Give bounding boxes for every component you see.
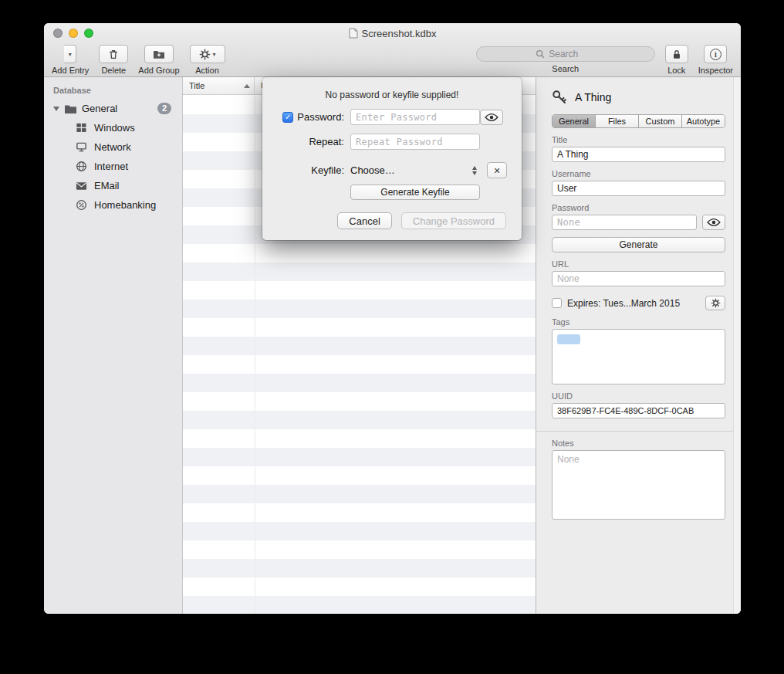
percent-icon (75, 198, 88, 212)
keyfile-popup[interactable]: Choose… (350, 162, 480, 178)
expires-checkbox[interactable] (552, 298, 562, 308)
globe-icon (75, 160, 88, 173)
password-input[interactable] (350, 109, 480, 125)
action-button[interactable]: ▾ (190, 45, 225, 63)
document-icon (349, 28, 358, 39)
reveal-password-button[interactable] (702, 215, 725, 230)
generate-keyfile-button[interactable]: Generate Keyfile (350, 185, 480, 200)
expires-label: Expires: Tues...March 2015 (567, 298, 700, 309)
window-chrome: Screenshot.kdbx ▾ Add Entry Delete (44, 23, 741, 77)
change-password-dialog: No password or keyfile supplied! ✓ Passw… (262, 77, 522, 240)
inspector-button[interactable]: i (704, 45, 727, 63)
url-field[interactable] (552, 271, 725, 286)
toolbar: ▾ Add Entry Delete Add Group ▾ (44, 43, 741, 75)
sidebar-item-internet[interactable]: Internet (44, 157, 182, 176)
expires-row: Expires: Tues...March 2015 (552, 296, 725, 310)
password-checkbox[interactable]: ✓ (282, 112, 293, 123)
sidebar-header: Database (44, 83, 182, 99)
tags-box[interactable] (552, 329, 725, 384)
window-title: Screenshot.kdbx (362, 28, 437, 39)
group-count-badge: 2 (157, 103, 171, 114)
app-window: Screenshot.kdbx ▾ Add Entry Delete (44, 23, 741, 614)
tag-chip[interactable] (557, 334, 580, 344)
tab-custom[interactable]: Custom (639, 115, 682, 127)
network-icon (75, 141, 88, 154)
add-entry-dropdown-button[interactable]: ▾ (64, 45, 76, 63)
sidebar-item-network[interactable]: Network (44, 137, 182, 157)
folder-icon (64, 102, 77, 115)
search-input[interactable] (549, 49, 595, 59)
tab-general[interactable]: General (553, 115, 596, 127)
sidebar-item-label: Homebanking (94, 199, 156, 211)
search-icon (536, 49, 545, 59)
eye-icon (707, 218, 721, 227)
eye-icon (485, 113, 498, 122)
dialog-message: No password or keyfile supplied! (272, 90, 512, 100)
change-password-button[interactable]: Change Password (401, 212, 506, 229)
toolbar-item-inspector: i Inspector (698, 45, 733, 75)
entry-title: A Thing (575, 91, 611, 103)
sidebar-item-label: EMail (94, 180, 120, 191)
toolbar-item-lock: Lock (665, 45, 688, 75)
toolbar-item-add-group: Add Group (138, 45, 179, 75)
inspector-panel: A Thing General Files Custom Autotype Ti… (536, 77, 741, 614)
gear-icon (199, 49, 211, 60)
search-field[interactable] (476, 46, 655, 62)
inspector-header: A Thing (552, 90, 725, 105)
keyfile-value: Choose… (350, 164, 395, 176)
sidebar-item-windows[interactable]: Windows (44, 118, 182, 137)
keyfile-row: Keyfile: Choose… × (276, 162, 508, 178)
clear-keyfile-button[interactable]: × (487, 162, 507, 178)
username-field[interactable] (552, 181, 725, 196)
lock-label: Lock (667, 66, 685, 75)
toolbar-item-search: Search (476, 46, 655, 73)
sidebar-item-label: Network (94, 141, 131, 153)
title-field[interactable] (552, 147, 725, 162)
popup-stepper-icon (472, 166, 477, 175)
add-entry-label: Add Entry (52, 66, 89, 75)
chevron-down-icon: ▾ (213, 51, 216, 58)
inspector-label: Inspector (698, 66, 733, 75)
repeat-label: Repeat: (309, 136, 344, 147)
add-group-button[interactable] (144, 45, 174, 63)
gear-icon (711, 298, 721, 308)
delete-label: Delete (101, 66, 126, 75)
sidebar: Database General 2 Windows Network (44, 77, 183, 614)
url-field-label: URL (552, 259, 725, 269)
delete-button[interactable] (99, 45, 128, 63)
toolbar-item-delete: Delete (99, 45, 128, 75)
windows-icon (75, 121, 88, 134)
sidebar-item-homebanking[interactable]: Homebanking (44, 195, 182, 215)
disclosure-triangle-icon[interactable] (53, 107, 59, 111)
sidebar-item-email[interactable]: EMail (44, 176, 182, 195)
folder-plus-icon (153, 49, 165, 59)
lock-button[interactable] (665, 45, 688, 63)
trash-icon (108, 49, 119, 60)
titlebar[interactable]: Screenshot.kdbx (44, 23, 741, 43)
toolbar-item-add-entry: ▾ Add Entry (52, 45, 89, 75)
scrollbar[interactable] (733, 77, 741, 614)
title-field-label: Title (552, 135, 725, 144)
expires-settings-button[interactable] (705, 296, 725, 310)
notes-label: Notes (552, 439, 725, 448)
close-icon: × (494, 164, 500, 177)
lock-icon (671, 49, 682, 60)
cancel-button[interactable]: Cancel (337, 212, 391, 229)
tab-files[interactable]: Files (596, 115, 639, 127)
sidebar-item-label: Internet (94, 161, 128, 172)
sort-ascending-icon (244, 84, 250, 88)
repeat-password-input[interactable] (350, 134, 480, 150)
dialog-buttons: Cancel Change Password (278, 212, 506, 229)
tags-label: Tags (552, 317, 725, 327)
tab-autotype[interactable]: Autotype (682, 115, 725, 127)
inspector-tabs: General Files Custom Autotype (552, 114, 725, 128)
notes-field[interactable] (552, 450, 725, 520)
action-label: Action (195, 66, 219, 75)
reveal-password-button[interactable] (480, 110, 503, 125)
generate-password-button[interactable]: Generate (552, 237, 725, 252)
password-field[interactable] (552, 215, 697, 230)
info-icon: i (710, 49, 721, 60)
uuid-field[interactable] (552, 403, 725, 418)
sidebar-group-general[interactable]: General 2 (44, 99, 182, 118)
column-header-title[interactable]: Title (183, 77, 255, 94)
